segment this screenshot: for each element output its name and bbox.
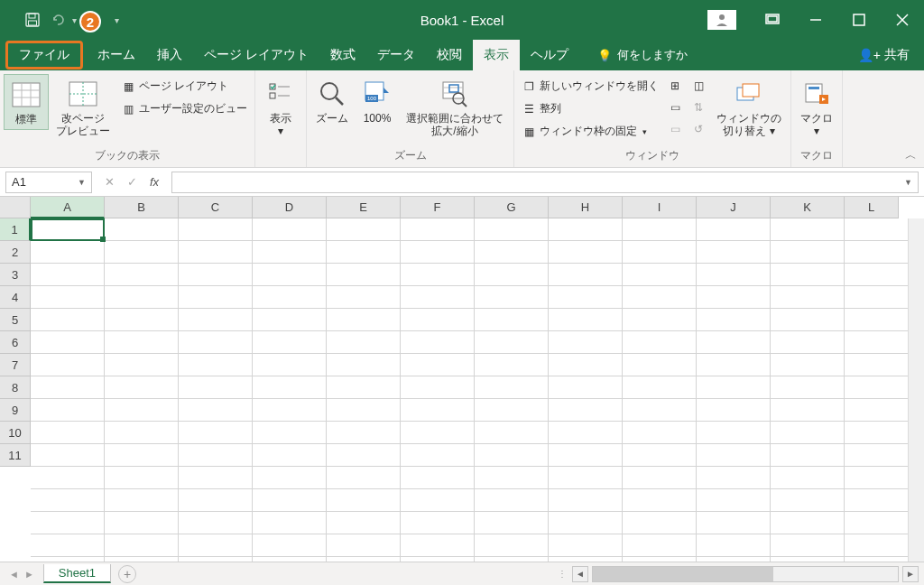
row-header[interactable]: 9 bbox=[0, 399, 31, 422]
column-header[interactable]: B bbox=[105, 197, 179, 218]
collapse-ribbon-icon[interactable]: ︿ bbox=[901, 144, 924, 167]
tell-me-search[interactable]: 💡 何をしますか bbox=[597, 40, 688, 70]
column-header[interactable]: E bbox=[327, 197, 401, 218]
macros-icon bbox=[800, 78, 833, 110]
column-header[interactable]: H bbox=[549, 197, 623, 218]
row-header[interactable]: 4 bbox=[0, 286, 31, 309]
insert-tab[interactable]: 挿入 bbox=[146, 40, 193, 70]
unhide-button[interactable]: ▭ bbox=[664, 119, 686, 139]
hide-button[interactable]: ▭ bbox=[664, 98, 686, 117]
column-header[interactable]: D bbox=[253, 197, 327, 218]
normal-view-button[interactable]: 標準 bbox=[4, 74, 49, 130]
account-icon[interactable] bbox=[707, 10, 736, 30]
reset-pos-icon: ↺ bbox=[691, 122, 706, 136]
column-header[interactable]: C bbox=[179, 197, 253, 218]
home-tab[interactable]: ホーム bbox=[87, 40, 146, 70]
reset-position-button[interactable]: ↺ bbox=[688, 119, 709, 139]
close-icon[interactable] bbox=[881, 0, 924, 40]
page-layout-view-button[interactable]: ▦ ページ レイアウト bbox=[117, 76, 251, 97]
group-label-macros: マクロ bbox=[795, 146, 838, 167]
select-all-corner[interactable] bbox=[0, 197, 31, 218]
sync-scroll-button[interactable]: ⇅ bbox=[688, 98, 709, 117]
row-header[interactable]: 10 bbox=[0, 422, 31, 444]
name-box-dropdown-icon[interactable]: ▼ bbox=[78, 178, 86, 187]
fill-handle[interactable] bbox=[100, 237, 106, 242]
column-header[interactable]: F bbox=[401, 197, 475, 218]
new-window-button[interactable]: ❐ 新しいウィンドウを開く bbox=[518, 76, 662, 97]
sheet-nav-prev-icon[interactable]: ◄ bbox=[9, 569, 19, 580]
column-header[interactable]: A bbox=[31, 197, 105, 218]
review-tab[interactable]: 校閲 bbox=[426, 40, 473, 70]
group-window: ❐ 新しいウィンドウを開く ☰ 整列 ▦ ウィンドウ枠の固定 ▾ ⊞ ▭ ▭ bbox=[514, 70, 791, 167]
svg-rect-7 bbox=[854, 14, 864, 25]
svg-rect-36 bbox=[808, 87, 819, 89]
column-header[interactable]: K bbox=[771, 197, 845, 218]
row-header[interactable]: 7 bbox=[0, 354, 31, 376]
arrange-all-button[interactable]: ☰ 整列 bbox=[518, 98, 662, 119]
row-header[interactable]: 8 bbox=[0, 376, 31, 399]
custom-views-icon: ▥ bbox=[121, 102, 135, 116]
maximize-icon[interactable] bbox=[837, 0, 881, 40]
formula-expand-icon[interactable]: ▼ bbox=[904, 178, 912, 187]
cancel-formula-icon[interactable]: ✕ bbox=[105, 175, 115, 189]
undo-dropdown-icon[interactable]: ▾ bbox=[72, 15, 77, 25]
group-zoom: ズーム 100 100% 選択範囲に合わせて 拡大/縮小 ズーム bbox=[307, 70, 514, 167]
hscroll-thumb[interactable] bbox=[593, 567, 773, 581]
annotation-callout: 2 bbox=[79, 11, 101, 32]
zoom-100-button[interactable]: 100 100% bbox=[356, 74, 399, 128]
switch-windows-label: ウィンドウの 切り替え ▾ bbox=[716, 112, 781, 138]
split-button[interactable]: ⊞ bbox=[664, 76, 686, 96]
share-button[interactable]: 👤+ 共有 bbox=[858, 40, 910, 70]
sheet-nav-next-icon[interactable]: ► bbox=[24, 569, 34, 580]
help-tab[interactable]: ヘルプ bbox=[520, 40, 579, 70]
row-header[interactable]: 11 bbox=[0, 444, 31, 467]
tell-me-label: 何をしますか bbox=[617, 47, 688, 63]
row-header[interactable]: 1 bbox=[0, 218, 31, 241]
switch-windows-button[interactable]: ウィンドウの 切り替え ▾ bbox=[711, 74, 787, 142]
row-header[interactable]: 5 bbox=[0, 309, 31, 331]
enter-formula-icon[interactable]: ✓ bbox=[127, 175, 137, 189]
formulas-tab[interactable]: 数式 bbox=[319, 40, 366, 70]
ribbon-display-icon[interactable] bbox=[751, 0, 794, 40]
svg-rect-5 bbox=[768, 16, 777, 22]
active-cell[interactable] bbox=[31, 218, 105, 241]
zoom-selection-button[interactable]: 選択範囲に合わせて 拡大/縮小 bbox=[401, 74, 509, 142]
insert-function-icon[interactable]: fx bbox=[150, 175, 159, 189]
arrange-icon: ☰ bbox=[522, 102, 536, 116]
hscroll-left-icon[interactable]: ◄ bbox=[572, 566, 588, 582]
sheet-tab-bar: ◄ ► Sheet1 + ⋮ ◄ ► bbox=[0, 562, 924, 585]
row-header[interactable]: 2 bbox=[0, 241, 31, 264]
horizontal-scrollbar[interactable] bbox=[592, 566, 899, 582]
vertical-scrollbar[interactable] bbox=[908, 218, 924, 562]
show-dropdown[interactable]: 表示▾ bbox=[259, 74, 302, 142]
macros-button[interactable]: マクロ▾ bbox=[795, 74, 838, 142]
group-label-zoom: ズーム bbox=[310, 146, 510, 167]
column-header[interactable]: I bbox=[623, 197, 697, 218]
view-side-by-side-button[interactable]: ◫ bbox=[688, 76, 709, 96]
hscroll-right-icon[interactable]: ► bbox=[902, 566, 919, 582]
view-tab[interactable]: 表示 bbox=[473, 40, 520, 70]
name-box[interactable]: A1 ▼ bbox=[5, 172, 92, 193]
column-header[interactable]: G bbox=[475, 197, 549, 218]
custom-views-button[interactable]: ▥ ユーザー設定のビュー bbox=[117, 98, 251, 119]
minimize-icon[interactable] bbox=[794, 0, 837, 40]
freeze-panes-button[interactable]: ▦ ウィンドウ枠の固定 ▾ bbox=[518, 121, 662, 142]
column-header[interactable]: J bbox=[697, 197, 771, 218]
cell-grid[interactable] bbox=[31, 218, 908, 562]
row-header[interactable]: 3 bbox=[0, 264, 31, 286]
formula-input[interactable]: ▼ bbox=[171, 172, 919, 193]
qat-customize-icon[interactable]: ▾ bbox=[115, 15, 119, 25]
row-header[interactable]: 6 bbox=[0, 331, 31, 354]
data-tab[interactable]: データ bbox=[366, 40, 426, 70]
zoom-button[interactable]: ズーム bbox=[310, 74, 354, 128]
page-layout-tab[interactable]: ページ レイアウト bbox=[193, 40, 319, 70]
save-icon[interactable] bbox=[23, 11, 42, 29]
undo-icon[interactable] bbox=[49, 11, 67, 29]
column-header[interactable]: L bbox=[845, 197, 899, 218]
sheet-tab[interactable]: Sheet1 bbox=[43, 564, 111, 583]
zoom-100-icon: 100 bbox=[361, 78, 393, 110]
file-tab[interactable]: ファイル bbox=[5, 41, 83, 70]
title-right bbox=[707, 0, 924, 40]
add-sheet-button[interactable]: + bbox=[118, 565, 136, 583]
page-break-preview-button[interactable]: 改ページ プレビュー bbox=[51, 74, 116, 142]
